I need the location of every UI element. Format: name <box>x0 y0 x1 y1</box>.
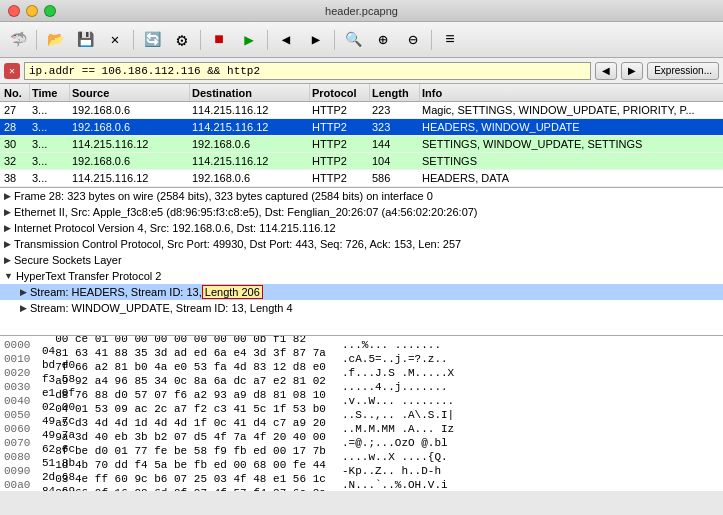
expand-icon: ▶ <box>4 239 11 249</box>
detail-item-ssl[interactable]: ▶ Secure Sockets Layer <box>0 252 723 268</box>
stop-icon[interactable]: ■ <box>205 26 233 54</box>
row-no: 28 <box>0 121 30 133</box>
maximize-button[interactable] <box>44 5 56 17</box>
detail-text: Stream: HEADERS, Stream ID: 13, <box>30 286 202 298</box>
header-length: Length <box>370 84 420 101</box>
minimize-button[interactable] <box>26 5 38 17</box>
expand-icon: ▶ <box>4 255 11 265</box>
detail-item-http2[interactable]: ▼ HyperText Transfer Protocol 2 <box>0 268 723 284</box>
row-protocol: HTTP2 <box>310 121 370 133</box>
toolbar-sep-5 <box>334 30 335 50</box>
detail-item-ethernet[interactable]: ▶ Ethernet II, Src: Apple_f3c8:e5 (d8:96… <box>0 204 723 220</box>
header-source: Source <box>70 84 190 101</box>
row-no: 32 <box>0 155 30 167</box>
expand-icon: ▶ <box>4 207 11 217</box>
window-title: header.pcapng <box>325 5 398 17</box>
close-button[interactable] <box>8 5 20 17</box>
row-no: 27 <box>0 104 30 116</box>
row-protocol: HTTP2 <box>310 155 370 167</box>
row-destination: 114.215.116.12 <box>190 121 310 133</box>
row-destination: 114.215.116.12 <box>190 104 310 116</box>
row-destination: 192.168.0.6 <box>190 172 310 184</box>
zoom-in-icon[interactable]: 🔍 <box>339 26 367 54</box>
window-controls <box>8 5 56 17</box>
row-time: 3... <box>30 172 70 184</box>
row-time: 3... <box>30 104 70 116</box>
filter-clear-button[interactable]: ✕ <box>4 63 20 79</box>
table-row[interactable]: 38 3... 114.215.116.12 192.168.0.6 HTTP2… <box>0 170 723 187</box>
colorize-icon[interactable]: ≡ <box>436 26 464 54</box>
row-length: 144 <box>370 138 420 150</box>
detail-text: Stream: WINDOW_UPDATE, Stream ID: 13, Le… <box>30 302 293 314</box>
toolbar-sep-2 <box>133 30 134 50</box>
toolbar-sep-4 <box>267 30 268 50</box>
detail-item-stream-headers[interactable]: ▶ Stream: HEADERS, Stream ID: 13, Length… <box>0 284 723 300</box>
capture-options-icon[interactable]: ⚙ <box>168 26 196 54</box>
packet-details[interactable]: ▶ Frame 28: 323 bytes on wire (2584 bits… <box>0 188 723 336</box>
reload-icon[interactable]: 🔄 <box>138 26 166 54</box>
row-destination: 114.215.116.12 <box>190 155 310 167</box>
row-info: HEADERS, DATA <box>420 172 723 184</box>
title-bar: header.pcapng <box>0 0 723 22</box>
row-no: 30 <box>0 138 30 150</box>
detail-text: Frame 28: 323 bytes on wire (2584 bits),… <box>14 190 433 202</box>
filter-left-button[interactable]: ◀ <box>595 62 617 80</box>
zoom-out-icon[interactable]: ⊖ <box>399 26 427 54</box>
row-source: 114.215.116.12 <box>70 172 190 184</box>
row-time: 3... <box>30 121 70 133</box>
detail-item-ip[interactable]: ▶ Internet Protocol Version 4, Src: 192.… <box>0 220 723 236</box>
save-icon[interactable]: 💾 <box>71 26 99 54</box>
filter-input[interactable] <box>24 62 591 80</box>
header-info: Info <box>420 84 723 101</box>
restart-icon[interactable]: ▶ <box>235 26 263 54</box>
detail-text: Transmission Control Protocol, Src Port:… <box>14 238 461 250</box>
detail-text: HyperText Transfer Protocol 2 <box>16 270 162 282</box>
row-info: Magic, SETTINGS, WINDOW_UPDATE, PRIORITY… <box>420 104 723 116</box>
row-destination: 192.168.0.6 <box>190 138 310 150</box>
filter-bar: ✕ ◀ ▶ Expression... <box>0 58 723 84</box>
expand-icon: ▶ <box>20 303 27 313</box>
detail-text: Secure Sockets Layer <box>14 254 122 266</box>
table-row[interactable]: 27 3... 192.168.0.6 114.215.116.12 HTTP2… <box>0 102 723 119</box>
row-protocol: HTTP2 <box>310 172 370 184</box>
detail-item-stream-window[interactable]: ▶ Stream: WINDOW_UPDATE, Stream ID: 13, … <box>0 300 723 316</box>
expression-button[interactable]: Expression... <box>647 62 719 80</box>
row-info: SETTINGS <box>420 155 723 167</box>
zoom-fit-icon[interactable]: ⊕ <box>369 26 397 54</box>
row-source: 192.168.0.6 <box>70 121 190 133</box>
row-time: 3... <box>30 155 70 167</box>
detail-text: Ethernet II, Src: Apple_f3c8:e5 (d8:96:9… <box>14 206 478 218</box>
table-row[interactable]: 30 3... 114.215.116.12 192.168.0.6 HTTP2… <box>0 136 723 153</box>
row-length: 104 <box>370 155 420 167</box>
table-row[interactable]: 28 3... 192.168.0.6 114.215.116.12 HTTP2… <box>0 119 723 136</box>
forward-icon[interactable]: ▶ <box>302 26 330 54</box>
row-info: SETTINGS, WINDOW_UPDATE, SETTINGS <box>420 138 723 150</box>
toolbar-sep-1 <box>36 30 37 50</box>
open-file-icon[interactable]: 📂 <box>41 26 69 54</box>
hex-dump[interactable]: 0000 00 ce 01 00 00 00 00 00 00 00 0b f1… <box>0 336 723 491</box>
expand-icon: ▼ <box>4 271 13 281</box>
detail-item-frame[interactable]: ▶ Frame 28: 323 bytes on wire (2584 bits… <box>0 188 723 204</box>
packet-list: No. Time Source Destination Protocol Len… <box>0 84 723 188</box>
row-time: 3... <box>30 138 70 150</box>
expand-icon: ▶ <box>4 191 11 201</box>
toolbar-sep-6 <box>431 30 432 50</box>
shark-icon[interactable]: 🦈 <box>4 26 32 54</box>
detail-item-tcp[interactable]: ▶ Transmission Control Protocol, Src Por… <box>0 236 723 252</box>
length-highlight: Length 206 <box>202 285 263 299</box>
toolbar: 🦈 📂 💾 ✕ 🔄 ⚙ ■ ▶ ◀ ▶ 🔍 ⊕ ⊖ ≡ <box>0 22 723 58</box>
table-row[interactable]: 32 3... 192.168.0.6 114.215.116.12 HTTP2… <box>0 153 723 170</box>
packet-list-header: No. Time Source Destination Protocol Len… <box>0 84 723 102</box>
back-icon[interactable]: ◀ <box>272 26 300 54</box>
row-length: 223 <box>370 104 420 116</box>
close-file-icon[interactable]: ✕ <box>101 26 129 54</box>
row-info: HEADERS, WINDOW_UPDATE <box>420 121 723 133</box>
filter-right-button[interactable]: ▶ <box>621 62 643 80</box>
expand-icon: ▶ <box>20 287 27 297</box>
row-no: 38 <box>0 172 30 184</box>
row-protocol: HTTP2 <box>310 138 370 150</box>
toolbar-sep-3 <box>200 30 201 50</box>
row-length: 323 <box>370 121 420 133</box>
row-source: 192.168.0.6 <box>70 155 190 167</box>
header-no: No. <box>0 84 30 101</box>
